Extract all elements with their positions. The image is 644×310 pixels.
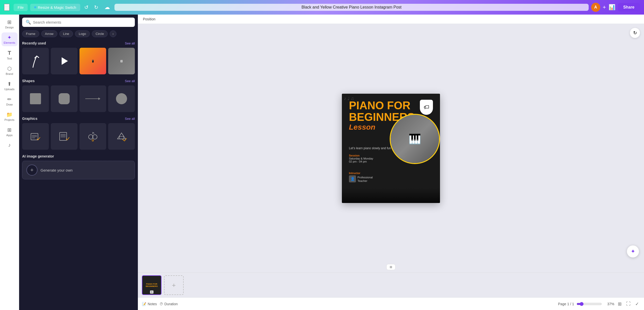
notes-button[interactable]: 📝 Notes xyxy=(142,302,157,306)
recently-used-header: Recently used See all xyxy=(22,41,135,45)
canvas-workspace[interactable]: ↻ ♪ ♩ ♫ PIANO FOR BEGINNERS Lesson Let's… xyxy=(138,24,644,273)
badge-icon: 🏷 xyxy=(424,104,429,111)
svg-rect-14 xyxy=(119,136,124,139)
brand-label: Brand xyxy=(6,72,13,75)
generate-own-label: Generate your own xyxy=(41,168,73,172)
hide-panel-button[interactable]: ⊞ xyxy=(386,264,395,270)
apps-icon: ⊞ xyxy=(7,127,12,133)
piano-img-placeholder: 🎹 xyxy=(391,115,439,163)
bottom-overlay xyxy=(342,188,440,203)
design-label: Design xyxy=(5,26,14,29)
grid-view-button[interactable]: ⊞ xyxy=(617,300,623,308)
design-icon: ⊞ xyxy=(7,19,12,25)
page-thumbnail-1[interactable]: PIANO FORBEGINNERS 1 xyxy=(142,275,162,295)
shape-square[interactable] xyxy=(22,85,49,112)
statusbar: 📝 Notes ⏱ Duration Page 1 / 1 37% ⊞ ⛶ ✓ xyxy=(138,297,644,310)
design-session: Session Saturday & Monday 02 pm - 04 pm xyxy=(349,154,373,163)
shape-rounded-rect[interactable] xyxy=(51,85,77,112)
position-label: Position xyxy=(143,17,155,21)
filter-arrow[interactable]: Arrow xyxy=(41,30,57,37)
ai-section-title: AI image generator xyxy=(22,154,135,158)
page-info: Page 1 / 1 xyxy=(558,302,574,306)
shapes-see-all[interactable]: See all xyxy=(125,79,135,83)
menu-button[interactable]: ☰ xyxy=(4,4,10,11)
search-bar: 🔍 xyxy=(22,18,135,27)
hide-panel-icon: ⊞ xyxy=(390,265,392,269)
check-button[interactable]: ✓ xyxy=(634,300,640,308)
magic-assistant-button[interactable]: ✦ xyxy=(627,245,639,257)
design-instructor: Intructor 👤 Professional Teacher xyxy=(349,172,373,182)
shape-arrow-line[interactable] xyxy=(79,85,106,112)
filter-line[interactable]: Line xyxy=(59,30,73,37)
elements-icon: ✦ xyxy=(7,34,12,40)
graphics-see-all[interactable]: See all xyxy=(125,117,135,121)
add-page-button[interactable]: + xyxy=(164,275,184,295)
svg-rect-7 xyxy=(60,132,67,140)
resize-dot xyxy=(34,6,36,8)
shape-circle[interactable] xyxy=(108,85,135,112)
sidebar-item-music[interactable]: ♪ xyxy=(2,140,18,150)
search-input[interactable] xyxy=(33,20,131,24)
design-canvas[interactable]: ♪ ♩ ♫ PIANO FOR BEGINNERS Lesson Let's l… xyxy=(342,94,440,203)
graphics-title: Graphics xyxy=(22,117,37,121)
analytics-button[interactable]: 📊 xyxy=(609,4,615,11)
filter-frame[interactable]: Frame xyxy=(22,30,39,37)
uploads-icon: ⬆ xyxy=(7,81,12,87)
elements-label: Elements xyxy=(4,41,15,44)
undo-button[interactable]: ↺ xyxy=(83,3,90,11)
graphic-education2[interactable] xyxy=(51,123,77,150)
redo-button[interactable]: ↻ xyxy=(93,3,100,11)
apps-label: Apps xyxy=(6,134,13,137)
element-social-graphic[interactable]: 📱 xyxy=(79,48,106,74)
graphic-education4[interactable] xyxy=(108,123,135,150)
text-icon: T xyxy=(8,50,11,56)
filter-pills: Frame Arrow Line Logo Circle › xyxy=(22,30,135,37)
sidebar-item-uploads[interactable]: ⬆ Uploads xyxy=(2,79,18,93)
element-misc[interactable]: 🖼 xyxy=(108,48,135,74)
design-title-piano-for: PIANO FOR xyxy=(349,100,415,111)
resize-label: Resize & Magic Switch xyxy=(38,5,76,10)
zoom-value: 37% xyxy=(604,302,614,306)
cloud-save-button[interactable]: ☁ xyxy=(102,3,112,12)
sidebar-item-elements[interactable]: ✦ Elements xyxy=(2,32,18,46)
graphic-education1[interactable] xyxy=(22,123,49,150)
resize-magic-switch-button[interactable]: Resize & Magic Switch xyxy=(30,4,80,11)
element-arrow[interactable] xyxy=(22,48,49,74)
filter-more[interactable]: › xyxy=(110,30,116,37)
sidebar-item-text[interactable]: T Text xyxy=(2,48,18,62)
svg-marker-2 xyxy=(98,97,100,100)
filter-circle[interactable]: Circle xyxy=(92,30,108,37)
share-button[interactable]: Share xyxy=(618,3,640,12)
sidebar-item-draw[interactable]: ✏ Draw xyxy=(2,94,18,108)
sidebar-item-design[interactable]: ⊞ Design xyxy=(2,17,18,31)
uploads-label: Uploads xyxy=(4,88,14,91)
file-button[interactable]: File xyxy=(14,4,28,11)
topbar: ☰ File Resize & Magic Switch ↺ ↻ ☁ Black… xyxy=(0,0,644,15)
recently-used-see-all[interactable]: See all xyxy=(125,41,135,45)
refresh-button[interactable]: ↻ xyxy=(630,28,640,38)
search-icon: 🔍 xyxy=(26,20,31,25)
notes-icon: 📝 xyxy=(142,302,146,306)
ai-image-generator-section: AI image generator + Generate your own xyxy=(22,154,135,179)
shapes-title: Shapes xyxy=(22,79,35,83)
add-button[interactable]: + xyxy=(603,4,606,11)
fullscreen-button[interactable]: ⛶ xyxy=(625,300,632,307)
notes-label: Notes xyxy=(148,302,157,306)
instructor-role: Teacher xyxy=(357,179,373,182)
shapes-grid xyxy=(22,85,135,112)
sidebar-item-apps[interactable]: ⊞ Apps xyxy=(2,125,18,139)
zoom-slider[interactable] xyxy=(577,302,602,306)
text-label: Text xyxy=(7,57,12,60)
recently-used-title: Recently used xyxy=(22,41,46,45)
filter-logo[interactable]: Logo xyxy=(75,30,90,37)
sidebar-item-brand[interactable]: ⬡ Brand xyxy=(2,64,18,77)
sidebar-item-projects[interactable]: 📁 Projects xyxy=(2,110,18,123)
graphic-education3[interactable] xyxy=(79,123,106,150)
topbar-right: A + 📊 Share xyxy=(591,3,640,12)
element-triangle[interactable] xyxy=(51,48,77,74)
generate-own-button[interactable]: + Generate your own xyxy=(22,161,135,179)
user-avatar[interactable]: A xyxy=(591,3,600,12)
duration-button[interactable]: ⏱ Duration xyxy=(159,302,178,306)
svg-point-13 xyxy=(92,140,94,141)
draw-icon: ✏ xyxy=(7,96,12,102)
